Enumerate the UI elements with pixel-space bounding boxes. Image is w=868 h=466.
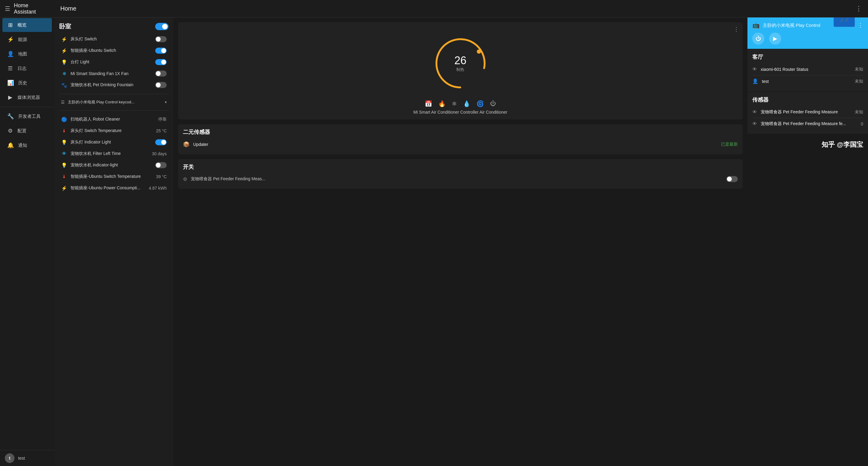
energy-icon: ⚡ [7,36,14,43]
ubuntu-switch-toggle[interactable] [155,48,167,54]
binary-sensor-card: 二元传感器 📦 Updater 已是最新 [178,124,743,154]
device-row: ⚡ 床头灯 Switch [59,33,168,45]
device-row: 🐾 宠物饮水机 Pet Drinking Fountain [59,79,168,91]
sidebar-item-energy[interactable]: ⚡ 能源 [2,33,52,46]
ac-snowflake-icon[interactable]: ❄ [452,100,457,107]
media-header: 📺 主卧的小米电视 Play Control 🎵 ⋮ [752,22,863,29]
router-icon: 👁 [752,67,757,72]
device-name: 台灯 Light [70,59,152,65]
ac-schedule-icon[interactable]: 📅 [425,100,432,107]
cast-icon: 📺 [752,22,760,29]
main: Home ⋮ 卧室 ⚡ 床头灯 Switch ⚡ 智能插座-Ubuntu Swi… [54,0,868,466]
right-item-name: 宠物喂食器 Pet Feeder Feeding Measure [761,110,851,115]
device-row: 💡 宠物饮水机 indicator-light [59,159,168,171]
sidebar-item-devtools[interactable]: 🔧 开发者工具 [2,110,52,123]
right-item-name: xiaomi-601 Router Status [761,67,851,72]
right-row: 👁 宠物喂食器 Pet Feeder Feeding Measure 未知 [752,106,863,118]
middle-panel: ⋮ 26 制热 [173,18,747,466]
device-row: 💡 台灯 Light [59,56,168,68]
desk-light-toggle[interactable] [155,59,167,65]
ac-fan-icon[interactable]: 🌀 [476,100,484,107]
sidebar-item-notifications[interactable]: 🔔 通知 [2,138,52,152]
right-item-name: 宠物喂食器 Pet Feeder Feeding Measure fe... [761,121,857,127]
feeder-sensor2-icon: 👁 [752,121,757,127]
device-value: 30 days [152,151,167,156]
ubuntu-temp-icon: 🌡 [61,174,67,179]
bedroom-section-title: 卧室 [59,22,168,30]
device-row: 🌡 智能插座-Ubuntu Switch Temperature 39 °C [59,171,168,182]
section-divider [59,94,168,94]
ac-circle-container: 26 制热 [183,27,738,96]
ac-heat-icon[interactable]: 🔥 [438,100,446,107]
fountain-indicator-toggle[interactable] [155,162,167,168]
sidebar-item-map[interactable]: 👤 地图 [2,47,52,61]
ac-card-menu-icon[interactable]: ⋮ [734,26,739,33]
right-row: 👁 宠物喂食器 Pet Feeder Feeding Measure fe...… [752,118,863,130]
tv-keycode-dropdown[interactable]: ☰ 主卧的小米电视 Play Control keycod... ▾ [59,97,168,107]
sidebar-item-media[interactable]: ▶ 媒体浏览器 [2,90,52,104]
content-area: 卧室 ⚡ 床头灯 Switch ⚡ 智能插座-Ubuntu Switch 💡 台… [54,18,868,466]
right-item-name: test [762,79,851,84]
page-title: Home [60,5,76,12]
sidebar-item-settings[interactable]: ⚙ 配置 [2,124,52,138]
device-row: 🌡 床头灯 Switch Temperature 25 °C [59,125,168,136]
indicator-light-toggle[interactable] [155,139,167,145]
feeder-switch-icon: ⚙ [183,176,187,182]
chevron-down-icon: ▾ [165,100,167,104]
ac-drop-icon[interactable]: 💧 [463,100,470,107]
power-icon: ⏻ [755,36,761,42]
svg-point-2 [477,50,481,54]
media-album-art: 🎵 [834,18,855,27]
device-name: 宠物饮水机 Filter Left Time [70,151,149,156]
device-name: 扫地机器人 Robot Cleaner [70,117,155,122]
dropdown-list-icon: ☰ [61,100,65,104]
sidebar-item-history[interactable]: 📊 历史 [2,76,52,90]
living-room-section: 客厅 👁 xiaomi-601 Router Status 未知 👤 test … [747,49,868,91]
ac-center: 26 制热 [454,54,466,72]
media-dots-icon[interactable]: ⋮ [858,22,863,29]
device-row: 🔵 扫地机器人 Robot Cleaner 停靠 [59,114,168,125]
sidebar-item-overview[interactable]: ⊞ 概览 [2,18,52,32]
media-play-button[interactable]: ▶ [769,33,781,44]
avatar: t [5,453,14,463]
sidebar-item-log[interactable]: ☰ 日志 [2,61,52,75]
sidebar-item-label: 开发者工具 [18,114,41,119]
sidebar-divider [0,107,54,107]
device-name: 床头灯 Switch [70,36,152,42]
ac-power-icon[interactable]: ⏻ [490,100,496,107]
sidebar-footer: t test [0,450,54,466]
ubuntu-switch-icon: ⚡ [61,48,67,54]
media-power-button[interactable]: ⏻ [752,33,764,44]
fan-toggle[interactable] [155,70,167,76]
ac-card: ⋮ 26 制热 [178,22,743,119]
menu-icon[interactable]: ☰ [5,5,10,12]
topbar-menu-icon[interactable]: ⋮ [855,5,862,13]
device-name: 床头灯 Indicator Light [70,139,152,145]
left-panel: 卧室 ⚡ 床头灯 Switch ⚡ 智能插座-Ubuntu Switch 💡 台… [54,18,173,466]
right-item-value: 未知 [855,79,863,84]
living-room-title: 客厅 [752,53,863,61]
sidebar: ☰ Home Assistant ⊞ 概览 ⚡ 能源 👤 地图 ☰ 日志 📊 历… [0,0,54,466]
desk-light-icon: 💡 [61,59,67,65]
ac-circle: 26 制热 [430,33,491,93]
topbar: Home ⋮ [54,0,868,18]
filter-icon: 👁 [61,151,67,156]
device-name: Mi Smart Standing Fan 1X Fan [70,71,152,76]
device-name: 智能插座-Ubuntu Switch [70,48,152,53]
right-panel: 📺 主卧的小米电视 Play Control 🎵 ⋮ ⏻ ▶ 客厅 [747,18,868,466]
ac-temperature: 26 [454,54,466,67]
feeder-switch-toggle[interactable] [726,176,738,182]
bedroom-toggle[interactable] [155,23,168,30]
fountain-icon: 🐾 [61,82,67,88]
play-icon: ▶ [773,35,777,42]
bedlight-switch-toggle[interactable] [155,36,167,42]
device-name: 智能插座-Ubuntu Power Consumpti... [70,185,146,191]
sidebar-item-label: 日志 [18,66,27,71]
fountain-toggle[interactable] [155,82,167,88]
ubuntu-power-icon: ⚡ [61,185,67,191]
ac-name: Mi Smart Air Conditioner Controller Air … [183,110,738,115]
device-row: 💡 床头灯 Indicator Light [59,136,168,148]
bedlight-switch-icon: ⚡ [61,36,67,42]
device-value: 39 °C [156,174,167,179]
device-row: ❄ Mi Smart Standing Fan 1X Fan [59,68,168,79]
